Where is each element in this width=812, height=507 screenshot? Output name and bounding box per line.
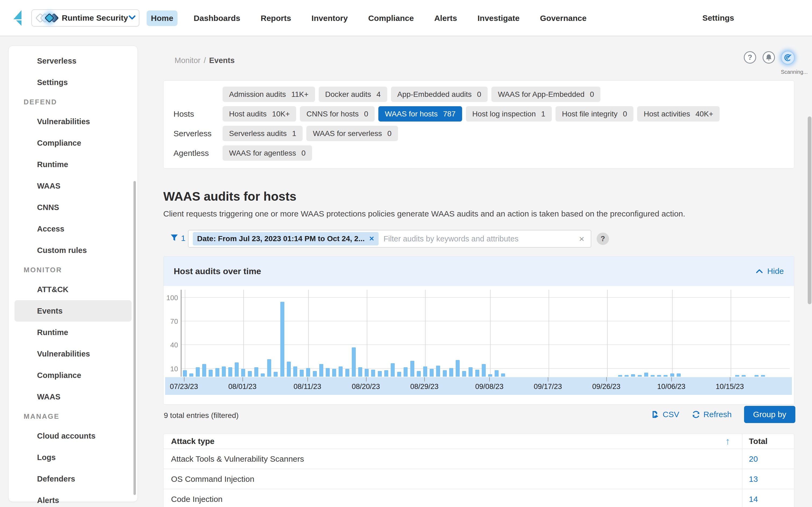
audit-count-bar[interactable] bbox=[449, 368, 453, 377]
audit-count-bar[interactable] bbox=[280, 302, 284, 377]
audit-count-bar[interactable] bbox=[410, 361, 414, 377]
audit-count-bar[interactable] bbox=[326, 368, 330, 377]
audit-count-bar[interactable] bbox=[735, 375, 739, 377]
audit-count-bar[interactable] bbox=[456, 360, 460, 377]
filter-input[interactable]: Date: From Jul 23, 2023 01:14 PM to Oct … bbox=[188, 230, 591, 247]
nav-alerts[interactable]: Alerts bbox=[430, 10, 461, 26]
chart-time-brush[interactable]: 07/23/2308/01/2308/11/2308/20/2308/29/23… bbox=[165, 377, 792, 395]
chip-host-activities[interactable]: Host activities40K+ bbox=[637, 106, 720, 121]
audit-count-bar[interactable] bbox=[397, 372, 401, 377]
chip-waas-for-hosts[interactable]: WAAS for hosts787 bbox=[378, 106, 462, 121]
audit-count-bar[interactable] bbox=[443, 370, 447, 377]
product-switcher[interactable]: Runtime Security bbox=[32, 9, 139, 26]
audit-count-bar[interactable] bbox=[215, 368, 219, 377]
total-link[interactable]: 14 bbox=[749, 495, 758, 504]
group-by-button[interactable]: Group by bbox=[744, 406, 795, 423]
chip-serverless-audits[interactable]: Serverless audits1 bbox=[222, 126, 303, 141]
filter-funnel-icon[interactable] bbox=[170, 234, 178, 243]
sidebar-item-settings[interactable]: Settings bbox=[14, 72, 132, 93]
chip-host-audits[interactable]: Host audits10K+ bbox=[222, 106, 296, 121]
nav-investigate[interactable]: Investigate bbox=[473, 10, 524, 26]
sidebar-item-compliance[interactable]: Compliance bbox=[14, 132, 132, 154]
audit-count-bar[interactable] bbox=[339, 367, 343, 377]
nav-dashboards[interactable]: Dashboards bbox=[189, 10, 244, 26]
refresh-button[interactable]: Refresh bbox=[692, 410, 732, 419]
sidebar-item-logs[interactable]: Logs bbox=[14, 447, 132, 468]
audit-count-bar[interactable] bbox=[755, 375, 759, 377]
audit-count-bar[interactable] bbox=[651, 375, 655, 377]
audit-count-bar[interactable] bbox=[378, 371, 382, 377]
audit-count-bar[interactable] bbox=[371, 370, 375, 377]
audit-count-bar[interactable] bbox=[495, 370, 499, 377]
nav-governance[interactable]: Governance bbox=[536, 10, 591, 26]
help-button[interactable]: ? bbox=[744, 51, 756, 64]
sidebar-scrollbar-thumb[interactable] bbox=[134, 181, 136, 495]
audit-count-bar[interactable] bbox=[663, 375, 667, 377]
sort-ascending-icon[interactable]: ↑ bbox=[725, 436, 730, 447]
nav-compliance[interactable]: Compliance bbox=[364, 10, 418, 26]
chip-waas-for-serverless[interactable]: WAAS for serverless0 bbox=[306, 126, 398, 141]
chip-waas-for-app-embedded[interactable]: WAAS for App-Embedded0 bbox=[491, 87, 600, 102]
csv-export-button[interactable]: CSV bbox=[651, 410, 679, 419]
chip-app-embedded-audits[interactable]: App-Embedded audits0 bbox=[391, 87, 488, 102]
audit-count-bar[interactable] bbox=[761, 375, 765, 377]
audit-count-bar[interactable] bbox=[631, 374, 635, 377]
nav-home[interactable]: Home bbox=[147, 10, 177, 26]
audit-count-bar[interactable] bbox=[189, 374, 193, 377]
chip-docker-audits[interactable]: Docker audits4 bbox=[319, 87, 387, 102]
audit-count-bar[interactable] bbox=[209, 370, 213, 377]
audit-count-bar[interactable] bbox=[300, 370, 304, 377]
sidebar-item-runtime[interactable]: Runtime bbox=[14, 154, 132, 175]
main-scrollbar[interactable] bbox=[808, 116, 811, 304]
chip-admission-audits[interactable]: Admission audits11K+ bbox=[222, 87, 315, 102]
audit-count-bar[interactable] bbox=[358, 367, 362, 377]
sidebar-item-serverless[interactable]: Serverless bbox=[14, 50, 132, 72]
audit-count-bar[interactable] bbox=[267, 359, 271, 377]
audit-count-bar[interactable] bbox=[352, 347, 356, 377]
sidebar-item-cloud-accounts[interactable]: Cloud accounts bbox=[14, 425, 132, 447]
hide-chart-button[interactable]: Hide bbox=[756, 267, 784, 276]
audit-count-bar[interactable] bbox=[202, 364, 206, 377]
audit-count-bar[interactable] bbox=[306, 368, 310, 377]
audit-count-bar[interactable] bbox=[248, 371, 252, 377]
audit-count-bar[interactable] bbox=[742, 375, 746, 377]
table-row[interactable]: OS Command Injection13 bbox=[163, 469, 794, 489]
audit-count-bar[interactable] bbox=[488, 374, 492, 377]
table-row[interactable]: Code Injection14 bbox=[163, 489, 794, 507]
sidebar-item-vulnerabilities[interactable]: Vulnerabilities bbox=[14, 343, 132, 364]
audit-count-bar[interactable] bbox=[436, 365, 440, 377]
audit-count-bar[interactable] bbox=[657, 375, 661, 377]
chip-waas-for-agentless[interactable]: WAAS for agentless0 bbox=[222, 146, 312, 161]
audit-count-bar[interactable] bbox=[365, 369, 369, 377]
audit-count-bar[interactable] bbox=[462, 371, 466, 377]
total-column-header[interactable]: Total bbox=[742, 434, 794, 449]
audit-count-bar[interactable] bbox=[391, 363, 395, 377]
audit-count-bar[interactable] bbox=[287, 361, 291, 377]
audit-count-bar[interactable] bbox=[404, 367, 408, 377]
audit-count-bar[interactable] bbox=[638, 375, 642, 377]
nav-inventory[interactable]: Inventory bbox=[307, 10, 352, 26]
audit-count-bar[interactable] bbox=[222, 367, 226, 377]
sidebar-item-alerts[interactable]: Alerts bbox=[14, 490, 132, 507]
sidebar-item-custom-rules[interactable]: Custom rules bbox=[14, 239, 132, 261]
table-row[interactable]: Attack Tools & Vulnerability Scanners20 bbox=[163, 449, 794, 469]
audit-count-bar[interactable] bbox=[384, 370, 388, 377]
audit-count-bar[interactable] bbox=[423, 367, 427, 377]
audit-count-bar[interactable] bbox=[228, 367, 232, 377]
audit-count-bar[interactable] bbox=[417, 371, 421, 377]
sidebar-item-vulnerabilities[interactable]: Vulnerabilities bbox=[14, 111, 132, 132]
nav-reports[interactable]: Reports bbox=[256, 10, 295, 26]
audit-count-bar[interactable] bbox=[644, 373, 648, 377]
audit-count-bar[interactable] bbox=[345, 369, 349, 377]
audit-count-bar[interactable] bbox=[241, 369, 245, 377]
breadcrumb-monitor[interactable]: Monitor bbox=[174, 56, 201, 65]
sidebar-item-defenders[interactable]: Defenders bbox=[14, 468, 132, 490]
filter-help-button[interactable]: ? bbox=[597, 233, 609, 245]
audit-count-bar[interactable] bbox=[475, 370, 479, 377]
audit-count-bar[interactable] bbox=[332, 369, 336, 377]
audit-count-bar[interactable] bbox=[313, 371, 317, 377]
settings-link[interactable]: Settings bbox=[702, 13, 734, 22]
sidebar-item-compliance[interactable]: Compliance bbox=[14, 364, 132, 386]
audit-count-bar[interactable] bbox=[261, 374, 265, 377]
audit-count-bar[interactable] bbox=[501, 374, 505, 377]
